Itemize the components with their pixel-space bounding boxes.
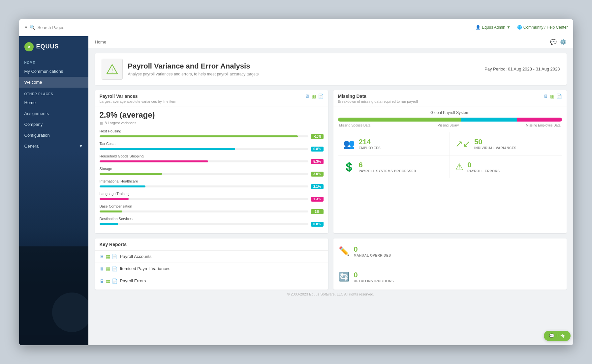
variance-label-0: Host Housing bbox=[100, 129, 324, 133]
user-label: Equus Admin bbox=[482, 25, 505, 30]
stat-payroll-systems: 💲 6 PAYROLL SYSTEMS PROCESSED bbox=[338, 155, 450, 178]
pdf-icon[interactable]: 📄 bbox=[318, 94, 324, 99]
variance-bar-track-5 bbox=[100, 198, 308, 200]
missing-data-body: Global Payroll System Missing Spouse Dat… bbox=[333, 106, 567, 182]
stat-systems-info: 6 PAYROLL SYSTEMS PROCESSED bbox=[359, 161, 417, 173]
report2-monitor-icon[interactable]: 🖥 bbox=[100, 266, 104, 271]
report3-monitor-icon[interactable]: 🖥 bbox=[100, 278, 104, 284]
missing-data-card: Missing Data Breakdown of missing data r… bbox=[333, 90, 567, 233]
content-footer: © 2003-2023 Equus Software, LLC All righ… bbox=[95, 290, 567, 299]
missing-bar-spouse bbox=[338, 118, 461, 122]
missing-pdf-icon[interactable]: 📄 bbox=[556, 94, 562, 99]
help-button[interactable]: 💬 Help bbox=[544, 331, 571, 341]
settings-icon[interactable]: ⚙️ bbox=[560, 39, 567, 45]
top-bar: ▼ 🔍 Search Pages 👤 Equus Admin ▼ 🌐 Commu… bbox=[19, 19, 573, 36]
key-reports-heading: Key Reports bbox=[100, 242, 127, 247]
page-title-icon: ! bbox=[102, 59, 123, 80]
report1-table-icon[interactable]: ▦ bbox=[106, 254, 110, 259]
variance-bar-fill-3 bbox=[100, 173, 162, 175]
report-row-itemised: 🖥 ▦ 📄 Itemised Payroll Variances bbox=[95, 263, 328, 275]
help-center-link[interactable]: 🌐 Community / Help Center bbox=[517, 25, 568, 30]
search-area[interactable]: ▼ 🔍 Search Pages bbox=[24, 25, 65, 30]
top-bar-right: 👤 Equus Admin ▼ 🌐 Community / Help Cente… bbox=[476, 25, 568, 30]
missing-monitor-icon[interactable]: 🖥 bbox=[544, 94, 548, 99]
table-small-icon: ▦ bbox=[100, 121, 103, 125]
payroll-variances-heading: Payroll Variances bbox=[100, 94, 176, 99]
general-chevron-icon: ▼ bbox=[79, 144, 83, 149]
report3-pdf-icon[interactable]: 📄 bbox=[112, 278, 117, 284]
variance-bar-fill-4 bbox=[100, 185, 145, 187]
sidebar-item-assignments[interactable]: Assignments bbox=[19, 108, 88, 119]
report2-table-icon[interactable]: ▦ bbox=[106, 266, 110, 271]
variance-average: 2.9% (average) bbox=[100, 110, 324, 120]
stat-manual-overrides: ✏️ 0 MANUAL OVERRIDES bbox=[333, 238, 567, 264]
variance-badge-6: 1% bbox=[311, 209, 324, 214]
report-3-label[interactable]: Payroll Errors bbox=[120, 278, 146, 283]
variance-bar-wrap-5: 1.3% bbox=[100, 197, 324, 202]
report2-pdf-icon[interactable]: 📄 bbox=[112, 266, 117, 271]
stat-variances-info: 50 INDIVIDUAL VARIANCES bbox=[474, 138, 516, 150]
retro-instructions-count: 0 bbox=[354, 271, 394, 279]
search-chevron-icon: ▼ bbox=[24, 25, 28, 29]
variance-row-5: Language Training 1.3% bbox=[100, 192, 324, 202]
variance-row-4: International Healthcare 2.1% bbox=[100, 179, 324, 189]
variance-bar-fill-1 bbox=[100, 148, 235, 150]
content-body: ! Payroll Variance and Error Analysis An… bbox=[88, 48, 573, 345]
variance-bar-wrap-2: 5.3% bbox=[100, 159, 324, 164]
sidebar-assignments-label: Assignments bbox=[24, 111, 49, 116]
retro-instructions-icon: 🔄 bbox=[339, 272, 349, 282]
variance-badge-0: >10% bbox=[311, 134, 324, 139]
right-stats-card: ✏️ 0 MANUAL OVERRIDES 🔄 0 RETRO INSTRUCT… bbox=[333, 238, 567, 290]
variance-row-6: Base Compensation 1% bbox=[100, 204, 324, 214]
sidebar-item-general[interactable]: General ▼ bbox=[19, 141, 88, 152]
sidebar: e EQUUS HOME My Communications Welcome O… bbox=[19, 36, 88, 345]
sidebar-item-home[interactable]: Home bbox=[19, 97, 88, 108]
manual-overrides-label: MANUAL OVERRIDES bbox=[354, 254, 391, 257]
search-label: Search Pages bbox=[37, 25, 64, 30]
stat-employees-info: 214 EMPLOYEES bbox=[359, 138, 381, 150]
payroll-variances-card: Payroll Variances Largest average absolu… bbox=[95, 90, 328, 233]
missing-table-icon[interactable]: ▦ bbox=[550, 94, 554, 99]
missing-spouse-label: Missing Spouse Data bbox=[339, 124, 371, 127]
payroll-systems-icon: 💲 bbox=[343, 161, 355, 172]
missing-bar-labels: Missing Spouse Data Missing Salary Missi… bbox=[338, 124, 562, 127]
variance-bar-wrap-6: 1% bbox=[100, 209, 324, 214]
variance-badge-4: 2.1% bbox=[311, 184, 324, 189]
report-icons-2: 🖥 ▦ 📄 bbox=[100, 266, 117, 271]
help-link-label: Community / Help Center bbox=[523, 25, 568, 30]
variance-bars: Host Housing >10% Tax Costs 6.8% Househo… bbox=[100, 129, 324, 227]
stats-grid: 👥 214 EMPLOYEES ↗↙ 50 bbox=[338, 132, 562, 178]
variance-row-2: Household Goods Shipping 5.3% bbox=[100, 154, 324, 164]
errors-count: 0 bbox=[467, 161, 500, 169]
chat-icon[interactable]: 💬 bbox=[550, 39, 557, 45]
user-menu[interactable]: 👤 Equus Admin ▼ bbox=[476, 25, 511, 30]
retro-instructions-info: 0 RETRO INSTRUCTIONS bbox=[354, 271, 394, 283]
missing-data-system: Global Payroll System bbox=[338, 110, 562, 115]
monitor-icon[interactable]: 🖥 bbox=[305, 94, 310, 99]
systems-label: PAYROLL SYSTEMS PROCESSED bbox=[359, 169, 417, 173]
key-reports-body: 🖥 ▦ 📄 Payroll Accounts 🖥 ▦ bbox=[95, 251, 328, 287]
search-icon: 🔍 bbox=[30, 25, 35, 30]
sidebar-item-my-communications[interactable]: My Communications bbox=[19, 66, 88, 77]
report1-monitor-icon[interactable]: 🖥 bbox=[100, 254, 104, 259]
user-icon: 👤 bbox=[476, 25, 481, 30]
report-1-label[interactable]: Payroll Accounts bbox=[120, 254, 152, 259]
sidebar-item-company[interactable]: Company bbox=[19, 119, 88, 130]
sidebar-item-welcome[interactable]: Welcome bbox=[19, 77, 88, 88]
manual-overrides-info: 0 MANUAL OVERRIDES bbox=[354, 245, 391, 257]
table-icon[interactable]: ▦ bbox=[312, 94, 316, 99]
sidebar-item-configuration[interactable]: Configuration bbox=[19, 130, 88, 141]
report-2-label[interactable]: Itemised Payroll Variances bbox=[120, 266, 171, 271]
variance-bar-track-7 bbox=[100, 223, 308, 225]
payroll-variances-header: Payroll Variances Largest average absolu… bbox=[95, 90, 328, 106]
employees-label: EMPLOYEES bbox=[359, 146, 381, 150]
variance-bar-wrap-4: 2.1% bbox=[100, 184, 324, 189]
report1-pdf-icon[interactable]: 📄 bbox=[112, 254, 117, 259]
page-heading: Payroll Variance and Error Analysis bbox=[128, 62, 259, 70]
manual-overrides-icon: ✏️ bbox=[339, 246, 349, 256]
variance-bar-fill-2 bbox=[100, 160, 208, 162]
variance-bar-fill-0 bbox=[100, 135, 298, 137]
report3-table-icon[interactable]: ▦ bbox=[106, 278, 110, 284]
sidebar-section-home: HOME bbox=[19, 56, 88, 66]
content-header: Home 💬 ⚙️ bbox=[88, 36, 573, 48]
